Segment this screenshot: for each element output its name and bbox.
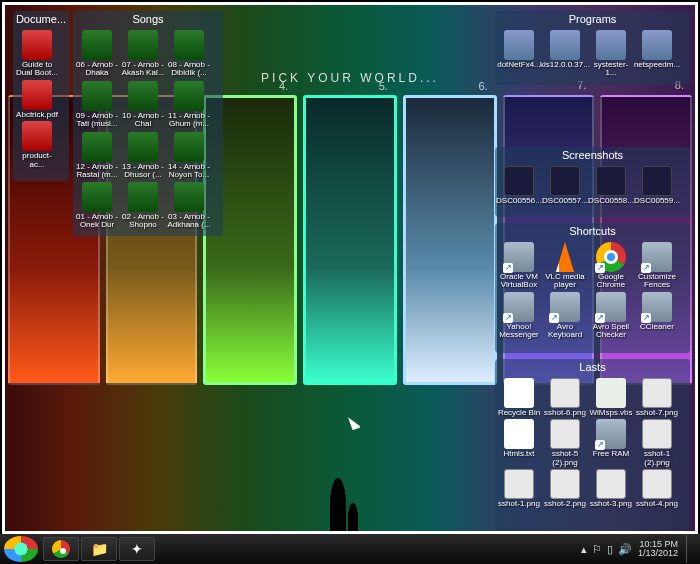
icon-label: 06 - Arnob - Dhaka Rat...: [75, 61, 119, 79]
exe-icon: [596, 30, 626, 60]
desktop-icon[interactable]: Htmls.txt: [497, 419, 541, 467]
desktop-icon[interactable]: sshot-7.png: [635, 378, 679, 417]
desktop-icon[interactable]: ↗CCleaner: [635, 292, 679, 340]
desktop-icon[interactable]: systester-1...: [589, 30, 633, 78]
shortcut-overlay-icon: ↗: [503, 313, 513, 323]
mp3-icon: [128, 81, 158, 111]
volume-icon[interactable]: 🔊: [618, 543, 632, 556]
icon-label: sshot-7.png: [636, 409, 678, 417]
exe-icon: [504, 30, 534, 60]
icon-label: 07 - Arnob - Akash Kal...: [121, 61, 165, 78]
desktop-icon[interactable]: 02 - Arnob - Shopno De...: [121, 182, 165, 231]
desktop-icon[interactable]: Recycle Bin: [497, 378, 541, 417]
fence-programs[interactable]: Programs dotNetFx4...kis12.0.0.37...syst…: [495, 11, 690, 85]
mp3-icon: [174, 30, 204, 60]
desktop-icon[interactable]: ↗Customize Fences: [635, 242, 679, 290]
desktop-icon[interactable]: 06 - Arnob - Dhaka Rat...: [75, 30, 119, 79]
desktop-icon[interactable]: ↗Avro Keyboard: [543, 292, 587, 340]
clock-date: 1/13/2012: [638, 549, 678, 558]
desktop-icon[interactable]: WiMsps.vbs: [589, 378, 633, 417]
chrome-icon: ↗: [596, 242, 626, 272]
fence-title: Docume...: [13, 11, 69, 28]
pdf-icon: [22, 121, 52, 151]
desktop-icon[interactable]: ↗Google Chrome: [589, 242, 633, 290]
icon-label: product-ac...: [15, 152, 59, 169]
taskbar-item-chrome[interactable]: [43, 537, 79, 561]
desktop-icon[interactable]: DSC00557...: [543, 166, 587, 205]
desktop-wallpaper[interactable]: PICK YOUR WORLD... Docume... Guide to Du…: [2, 2, 698, 534]
taskbar-item-explorer[interactable]: 📁: [81, 537, 117, 561]
desktop-icon[interactable]: 13 - Arnob - Dhusor (...: [121, 132, 165, 180]
desktop-icon[interactable]: 09 - Arnob - Tati (musi...: [75, 81, 119, 130]
desktop-icon[interactable]: DSC00559...: [635, 166, 679, 205]
desktop-icon[interactable]: 10 - Arnob - Chai (musi...: [121, 81, 165, 130]
fence-lasts[interactable]: Lasts Recycle Binsshot-6.pngWiMsps.vbsss…: [495, 359, 690, 534]
png-icon: [550, 469, 580, 499]
desktop-icon[interactable]: ↗Avro Spell Checker: [589, 292, 633, 340]
desktop-icon[interactable]: sshot-3.png: [589, 469, 633, 508]
taskbar-clock[interactable]: 10:15 PM 1/13/2012: [638, 540, 678, 559]
desktop-icon[interactable]: sshot-5 (2).png: [543, 419, 587, 467]
app-icon: ↗: [504, 292, 534, 322]
desktop-icon[interactable]: sshot-1.png: [497, 469, 541, 508]
desktop-icon[interactable]: sshot-6.png: [543, 378, 587, 417]
icon-label: 03 - Arnob - Adkhana (...: [167, 213, 211, 230]
vbs-icon: [596, 378, 626, 408]
desktop-icon[interactable]: 01 - Arnob - Onek Dur (...: [75, 182, 119, 231]
desktop-icon[interactable]: 14 - Arnob - Noyon To...: [167, 132, 211, 180]
desktop-icon[interactable]: 12 - Arnob - Rastai (m...: [75, 132, 119, 180]
show-desktop-button[interactable]: [686, 535, 696, 563]
desktop-icon[interactable]: 11 - Arnob - Ghum (m...: [167, 81, 211, 130]
fence-title: Screenshots: [495, 147, 690, 164]
desktop-icon[interactable]: DSC00558...: [589, 166, 633, 205]
flag-icon[interactable]: ⚐: [592, 543, 602, 556]
png-icon: [642, 469, 672, 499]
desktop-icon[interactable]: ↗Oracle VM VirtualBox: [497, 242, 541, 290]
icon-label: 10 - Arnob - Chai (musi...: [121, 112, 165, 130]
icon-label: sshot-1 (2).png: [635, 450, 679, 467]
desktop-icon[interactable]: kis12.0.0.37...: [543, 30, 587, 78]
icon-label: sshot-4.png: [636, 500, 678, 508]
system-tray: ▴ ⚐ ▯ 🔊 10:15 PM 1/13/2012: [581, 535, 696, 563]
desktop-icon[interactable]: sshot-2.png: [543, 469, 587, 508]
icon-label: DSC00559...: [634, 197, 680, 205]
desktop-icon[interactable]: ↗VLC media player: [543, 242, 587, 290]
mp3-icon: [174, 132, 204, 162]
fence-screenshots[interactable]: Screenshots DSC00556...DSC00557...DSC005…: [495, 147, 690, 217]
icon-label: Yahoo! Messenger: [497, 323, 541, 340]
desktop-icon[interactable]: ↗Free RAM: [589, 419, 633, 467]
pdf-icon: [22, 80, 52, 110]
mp3-icon: [174, 81, 204, 111]
icon-label: Avro Spell Checker: [589, 323, 633, 340]
desktop-icon[interactable]: netspeedm...: [635, 30, 679, 78]
icon-label: Avro Keyboard: [543, 323, 587, 340]
desktop-icon[interactable]: sshot-1 (2).png: [635, 419, 679, 467]
desktop-icon[interactable]: Guide to Dual Boot...: [15, 30, 59, 78]
icon-label: VLC media player: [543, 273, 587, 290]
png-dark-icon: [596, 166, 626, 196]
app-icon: ↗: [550, 292, 580, 322]
desktop-icon[interactable]: product-ac...: [15, 121, 59, 169]
desktop-icon[interactable]: ↗Yahoo! Messenger: [497, 292, 541, 340]
desktop-icon[interactable]: 08 - Arnob - Dibidik (...: [167, 30, 211, 79]
icon-label: systester-1...: [589, 61, 633, 78]
desktop-icon[interactable]: 07 - Arnob - Akash Kal...: [121, 30, 165, 79]
app-icon: ↗: [596, 292, 626, 322]
start-button[interactable]: [4, 536, 38, 562]
fence-title: Songs: [73, 11, 223, 28]
fence-shortcuts[interactable]: Shortcuts ↗Oracle VM VirtualBox↗VLC medi…: [495, 223, 690, 353]
desktop-icon[interactable]: 03 - Arnob - Adkhana (...: [167, 182, 211, 231]
taskbar-item-app[interactable]: ✦: [119, 537, 155, 561]
png-icon: [642, 378, 672, 408]
fence-documents[interactable]: Docume... Guide to Dual Boot...Abctrick.…: [13, 11, 69, 181]
icon-label: Htmls.txt: [503, 450, 534, 458]
desktop-icon[interactable]: sshot-4.png: [635, 469, 679, 508]
desktop-icon[interactable]: dotNetFx4...: [497, 30, 541, 78]
fence-songs[interactable]: Songs 06 - Arnob - Dhaka Rat...07 - Arno…: [73, 11, 223, 236]
show-hidden-icon[interactable]: ▴: [581, 543, 587, 556]
mp3-icon: [82, 182, 112, 212]
icon-label: DSC00556...: [496, 197, 542, 205]
desktop-icon[interactable]: Abctrick.pdf: [15, 80, 59, 119]
desktop-icon[interactable]: DSC00556...: [497, 166, 541, 205]
network-icon[interactable]: ▯: [607, 543, 613, 556]
